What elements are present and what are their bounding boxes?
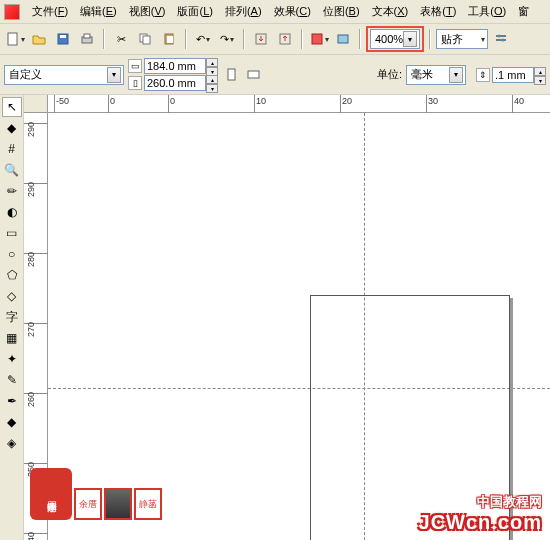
paste-button[interactable] [158, 28, 180, 50]
svg-rect-12 [338, 35, 348, 43]
standard-toolbar: ▾ ✂ ↶▾ ↷▾ ▾ 400% ▾ 贴齐 ▾ [0, 24, 550, 55]
copy-button[interactable] [134, 28, 156, 50]
width-icon: ▭ [128, 59, 142, 73]
print-button[interactable] [76, 28, 98, 50]
unit-combo[interactable]: 毫米 ▾ [406, 65, 466, 85]
interactive-tool[interactable]: ✦ [2, 349, 22, 369]
stamp-tag-1: 余厝 [74, 488, 102, 520]
separator [429, 29, 431, 49]
spin-down[interactable]: ▾ [534, 76, 546, 85]
cut-button[interactable]: ✂ [110, 28, 132, 50]
menu-bitmap[interactable]: 位图(B) [317, 2, 366, 21]
snap-label: 贴齐 [441, 32, 463, 47]
chevron-down-icon[interactable]: ▾ [449, 67, 463, 83]
portrait-button[interactable] [222, 65, 242, 85]
spin-down[interactable]: ▾ [206, 84, 218, 93]
app-logo-icon [4, 4, 20, 20]
separator [103, 29, 105, 49]
stamp-tag-image [104, 488, 132, 520]
shape-tool[interactable]: ◆ [2, 118, 22, 138]
zoom-highlight: 400% ▾ [366, 26, 424, 52]
nudge-value[interactable]: .1 mm [492, 67, 534, 83]
smart-fill-tool[interactable]: ◐ [2, 202, 22, 222]
height-value[interactable]: 260.0 mm [144, 75, 206, 91]
page-preset-combo[interactable]: 自定义 ▾ [4, 65, 124, 85]
zoom-tool[interactable]: 🔍 [2, 160, 22, 180]
landscape-button[interactable] [244, 65, 264, 85]
svg-rect-18 [248, 71, 259, 78]
menu-layout[interactable]: 版面(L) [171, 2, 218, 21]
freehand-tool[interactable]: ✏ [2, 181, 22, 201]
svg-rect-2 [60, 35, 66, 38]
watermark-line1: 中国教程网 [419, 493, 542, 511]
width-value[interactable]: 184.0 mm [144, 58, 206, 74]
separator [185, 29, 187, 49]
outline-tool[interactable]: ✒ [2, 391, 22, 411]
eyedropper-tool[interactable]: ✎ [2, 370, 22, 390]
watermark: 中国教程网 JCWcn.com [419, 493, 542, 534]
svg-rect-17 [228, 69, 235, 80]
menu-view[interactable]: 视图(V) [123, 2, 172, 21]
nudge-icon: ⇕ [476, 68, 490, 82]
redo-button[interactable]: ↷▾ [216, 28, 238, 50]
svg-point-16 [502, 39, 505, 42]
export-button[interactable] [274, 28, 296, 50]
polygon-tool[interactable]: ⬠ [2, 265, 22, 285]
watermark-line2: JCWcn.com [419, 511, 542, 534]
svg-point-15 [498, 35, 501, 38]
new-button[interactable]: ▾ [4, 28, 26, 50]
svg-rect-0 [8, 33, 17, 45]
zoom-combo[interactable]: 400% ▾ [370, 29, 420, 49]
separator [301, 29, 303, 49]
menu-tools[interactable]: 工具(O) [462, 2, 512, 21]
table-tool[interactable]: ▦ [2, 328, 22, 348]
undo-button[interactable]: ↶▾ [192, 28, 214, 50]
save-button[interactable] [52, 28, 74, 50]
options-button[interactable] [490, 28, 512, 50]
height-icon: ▯ [128, 76, 142, 90]
chevron-down-icon[interactable]: ▾ [403, 31, 417, 47]
svg-rect-11 [312, 34, 322, 44]
unit-label: 单位: [377, 67, 402, 82]
spin-up[interactable]: ▴ [534, 67, 546, 76]
preset-value: 自定义 [9, 67, 42, 82]
page-width-input[interactable]: ▭ 184.0 mm ▴▾ [128, 58, 218, 74]
spin-up[interactable]: ▴ [206, 75, 218, 84]
nudge-input[interactable]: ⇕ .1 mm ▴▾ [476, 67, 546, 83]
ellipse-tool[interactable]: ○ [2, 244, 22, 264]
import-button[interactable] [250, 28, 272, 50]
app-launcher-button[interactable]: ▾ [308, 28, 330, 50]
menu-effects[interactable]: 效果(C) [268, 2, 317, 21]
fill-tool[interactable]: ◆ [2, 412, 22, 432]
welcome-button[interactable] [332, 28, 354, 50]
crop-tool[interactable]: # [2, 139, 22, 159]
rectangle-tool[interactable]: ▭ [2, 223, 22, 243]
text-tool[interactable]: 字 [2, 307, 22, 327]
menu-window[interactable]: 窗 [512, 2, 535, 21]
basic-shapes-tool[interactable]: ◇ [2, 286, 22, 306]
page-height-input[interactable]: ▯ 260.0 mm ▴▾ [128, 75, 218, 91]
open-button[interactable] [28, 28, 50, 50]
page-dimensions: ▭ 184.0 mm ▴▾ ▯ 260.0 mm ▴▾ [128, 58, 218, 91]
ruler-origin[interactable] [24, 95, 48, 113]
svg-rect-4 [84, 34, 90, 38]
menu-bar: 文件(F) 编辑(E) 视图(V) 版面(L) 排列(A) 效果(C) 位图(B… [0, 0, 550, 24]
interactive-fill-tool[interactable]: ◈ [2, 433, 22, 453]
chevron-down-icon[interactable]: ▾ [107, 67, 121, 83]
svg-rect-8 [167, 36, 173, 43]
zoom-value: 400% [375, 33, 403, 45]
menu-file[interactable]: 文件(F) [26, 2, 74, 21]
separator [243, 29, 245, 49]
menu-text[interactable]: 文本(X) [366, 2, 415, 21]
spin-up[interactable]: ▴ [206, 58, 218, 67]
horizontal-ruler[interactable]: -500010203040 [48, 95, 550, 113]
separator [359, 29, 361, 49]
menu-arrange[interactable]: 排列(A) [219, 2, 268, 21]
pick-tool[interactable]: ↖ [2, 97, 22, 117]
unit-value: 毫米 [411, 67, 433, 82]
stamp-graphic: 四季輪迴 余厝 静菡 [30, 468, 162, 520]
menu-edit[interactable]: 编辑(E) [74, 2, 123, 21]
snap-combo[interactable]: 贴齐 ▾ [436, 29, 488, 49]
property-bar: 自定义 ▾ ▭ 184.0 mm ▴▾ ▯ 260.0 mm ▴▾ 单位: 毫米… [0, 55, 550, 95]
menu-table[interactable]: 表格(T) [414, 2, 462, 21]
